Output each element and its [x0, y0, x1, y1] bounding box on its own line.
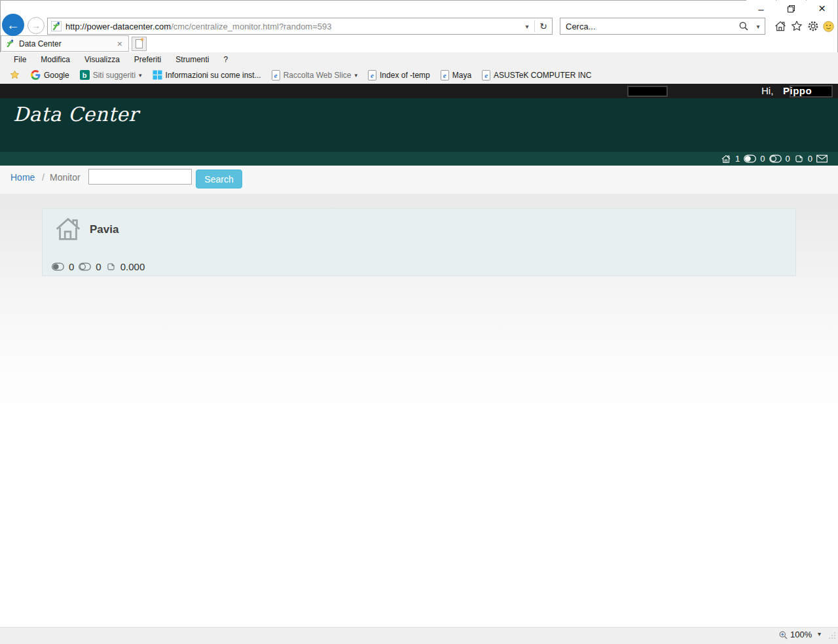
favorite-google[interactable]: Google	[26, 70, 75, 80]
refresh-icon[interactable]: ↻	[535, 21, 552, 31]
browser-status-bar	[0, 627, 838, 644]
forward-arrow-icon: →	[31, 20, 41, 31]
resize-grip[interactable]	[828, 631, 837, 643]
windows-icon	[153, 70, 162, 80]
toggle-on-icon	[52, 262, 64, 271]
toggle-off-icon	[769, 154, 782, 163]
search-dropdown-caret[interactable]: ▾	[752, 23, 765, 30]
url-path: /cmc/centralize_monitor.html?random=593	[171, 22, 331, 31]
envelope-icon[interactable]	[816, 154, 828, 163]
toggle-off-icon	[79, 262, 91, 271]
search-icon[interactable]	[736, 21, 752, 31]
redacted-box	[627, 86, 668, 97]
restore-icon	[787, 5, 795, 13]
restore-button[interactable]	[776, 0, 806, 17]
feedback-button[interactable]	[821, 19, 835, 33]
address-bar[interactable]: http://power-datacenter.com/cmc/centrali…	[47, 18, 553, 35]
menu-visualizza[interactable]: Visualizza	[77, 55, 127, 64]
home-icon	[774, 20, 787, 33]
site-count: 1	[735, 154, 740, 164]
forward-button[interactable]: →	[27, 17, 45, 34]
tools-button[interactable]	[806, 19, 820, 33]
on-count: 0	[760, 154, 765, 164]
search-button[interactable]: Search	[196, 170, 242, 188]
star-icon	[790, 20, 803, 33]
site-search-input[interactable]	[88, 169, 192, 185]
card-stats: 0 0 0.000	[52, 261, 145, 272]
page-title: Data Center	[13, 103, 138, 126]
google-icon	[31, 70, 41, 80]
breadcrumb-separator: /	[42, 172, 45, 183]
favorite-index-of-temp[interactable]: e Index of -temp	[363, 70, 435, 80]
favorite-siti-suggeriti[interactable]: b Siti suggeriti ▾	[75, 70, 147, 80]
tab-data-center[interactable]: Data Center ×	[1, 35, 129, 52]
breadcrumb-current: Monitor	[50, 172, 81, 183]
tab-favicon	[5, 39, 15, 48]
menu-strumenti[interactable]: Strumenti	[168, 55, 216, 64]
browser-window: – × ← → http://power-datacenter.com/cmc/…	[0, 0, 838, 644]
minimize-button[interactable]: –	[746, 0, 776, 17]
home-icon	[721, 154, 731, 164]
chevron-down-icon[interactable]: ▾	[139, 72, 142, 79]
ie-document-icon: e	[441, 70, 449, 80]
favorite-informazioni[interactable]: Informazioni su come inst...	[147, 70, 266, 80]
username-link[interactable]: Pippo	[783, 84, 812, 98]
page-top-bar	[0, 84, 838, 98]
home-icon	[53, 214, 83, 247]
site-card-pavia[interactable]: Pavia 0 0	[42, 208, 796, 276]
tab-title: Data Center	[19, 39, 117, 48]
favorite-asustek[interactable]: e ASUSTeK COMPUTER INC	[477, 70, 596, 80]
favorites-button[interactable]	[790, 19, 804, 33]
zoom-icon[interactable]	[778, 630, 788, 643]
card-title: Pavia	[90, 223, 118, 236]
favorites-star-icon	[9, 69, 20, 80]
breadcrumb-home-link[interactable]: Home	[10, 172, 35, 183]
url-host: http://power-datacenter.com	[65, 22, 171, 31]
page-content: Pavia 0 0	[0, 194, 838, 627]
close-button[interactable]: ×	[807, 0, 837, 17]
bing-icon: b	[80, 70, 90, 80]
note-icon	[106, 262, 116, 272]
menu-modifica[interactable]: Modifica	[33, 55, 77, 64]
browser-search-input[interactable]	[560, 22, 736, 31]
note-count: 0	[808, 154, 812, 164]
ie-document-icon: e	[482, 70, 490, 80]
favorite-maya[interactable]: e Maya	[435, 70, 477, 80]
address-dropdown-caret[interactable]: ▾	[520, 23, 534, 30]
menu-bar: File Modifica Visualizza Preferiti Strum…	[0, 52, 838, 66]
status-counts: 1 0 0 0	[721, 152, 828, 166]
favorites-star-button[interactable]	[4, 69, 26, 80]
back-button[interactable]: ←	[2, 14, 24, 36]
menu-help[interactable]: ?	[217, 55, 236, 64]
off-count: 0	[786, 154, 790, 164]
back-arrow-icon: ←	[7, 18, 20, 33]
browser-search-box[interactable]: ▾	[560, 18, 765, 35]
tab-close-icon[interactable]: ×	[117, 39, 122, 49]
zoom-dropdown-caret[interactable]: ▾	[818, 630, 821, 637]
site-favicon	[51, 21, 62, 31]
ie-document-icon: e	[368, 70, 376, 80]
zoom-level[interactable]: 100%	[790, 630, 812, 639]
menu-file[interactable]: File	[7, 55, 33, 64]
toggle-on-icon	[744, 154, 756, 163]
chevron-down-icon[interactable]: ▾	[355, 72, 358, 79]
new-tab-icon: ★	[136, 39, 143, 48]
menu-preferiti[interactable]: Preferiti	[127, 55, 168, 64]
favorites-bar: Google b Siti suggeriti ▾ Informazioni s…	[0, 66, 838, 84]
gear-icon	[807, 20, 820, 33]
page-status-bar	[0, 152, 838, 166]
smiley-icon	[822, 20, 835, 33]
favorite-raccolta-web-slice[interactable]: e Raccolta Web Slice ▾	[266, 70, 363, 80]
greeting-text: Hi,	[761, 84, 773, 98]
home-button[interactable]	[773, 19, 788, 33]
ie-document-icon: e	[272, 70, 280, 80]
card-on-count: 0	[69, 261, 74, 272]
note-icon	[794, 154, 804, 164]
card-off-count: 0	[96, 261, 101, 272]
new-tab-button[interactable]: ★	[132, 37, 147, 51]
card-value: 0.000	[120, 261, 145, 272]
